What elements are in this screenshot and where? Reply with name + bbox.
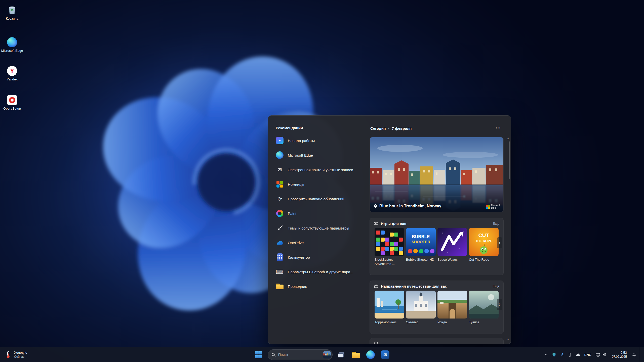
tray-bluetooth-button[interactable] [558, 350, 566, 360]
today-more-button[interactable]: ••• [493, 124, 504, 131]
games-carousel-next-button[interactable]: › [497, 237, 502, 248]
games-tiles: BlockBuster: Adventures ... BUBBLE SHOOT… [370, 228, 503, 266]
recommendations-list: ✦ Начало работы Microsoft Edge ✉ Электро… [269, 133, 369, 294]
recommendations-title: Рекомендации [276, 126, 303, 130]
game-tile-space-waves[interactable]: Space Waves [437, 228, 467, 266]
games-card: Игры для вас Еще [370, 218, 504, 275]
game-tile-label: BlockBuster: Adventures ... [375, 258, 404, 266]
search-placeholder: Поиск [278, 353, 321, 357]
location-pin-icon [374, 204, 377, 208]
desktop-screen: Корзина Microsoft Edge Y Yandex OperaSet… [0, 0, 644, 362]
travel-tile-ronda[interactable]: Ронда [437, 291, 467, 325]
travel-tile-label: Туапсе [469, 320, 499, 325]
snipping-tool-icon: ✂ [276, 180, 284, 188]
tray-cast-volume-button[interactable] [593, 350, 609, 360]
notification-center-button[interactable] [630, 350, 638, 360]
taskbar-search-box[interactable]: Поиск [268, 349, 333, 360]
game-tile-label: Bubble Shooter HD [406, 258, 436, 262]
recommendation-onedrive[interactable]: OneDrive [269, 235, 369, 250]
edge-icon [276, 151, 284, 159]
task-view-button[interactable] [336, 349, 347, 360]
game-art-space-waves [437, 228, 467, 256]
today-heading: Сегодня • 7 февраля [370, 126, 412, 130]
travel-icon [374, 284, 378, 288]
file-explorer-icon [276, 282, 284, 290]
desktop-icon-recycle-bin[interactable]: Корзина [0, 4, 24, 21]
desktop-icon-yandex[interactable]: Y Yandex [0, 66, 24, 81]
weather-widget-button[interactable]: Холодно Сейчас [2, 349, 30, 361]
clock-time: 0:53 [621, 351, 627, 355]
next-section-card-partial [370, 338, 504, 344]
get-started-icon: ✦ [276, 137, 284, 145]
travel-more-link[interactable]: Еще [493, 284, 499, 288]
show-desktop-button[interactable] [640, 347, 642, 362]
tray-onedrive-button[interactable] [574, 350, 582, 360]
taskbar-center: Поиск ✉ [253, 347, 391, 362]
travel-carousel-next-button[interactable]: › [497, 299, 502, 310]
desktop-icon-microsoft-edge[interactable]: Microsoft Edge [0, 37, 24, 53]
bing-image-card[interactable]: Blue hour in Trondheim, Norway Microsoft… [370, 137, 504, 212]
tray-security-button[interactable] [550, 350, 558, 360]
outlook-button[interactable]: ✉ [379, 349, 391, 360]
separator-dot-icon: • [388, 127, 389, 130]
keyboard-icon: ⌨ [276, 268, 284, 276]
scrollbar-thumb[interactable] [509, 141, 510, 179]
svg-text:CUT: CUT [478, 232, 489, 238]
today-date: 7 февраля [392, 126, 412, 130]
search-daily-image-thumb[interactable] [323, 351, 331, 358]
onedrive-cloud-icon [276, 239, 284, 247]
volume-icon [602, 352, 607, 357]
thermometer-icon [5, 351, 12, 358]
game-tile-blockbuster[interactable]: BlockBuster: Adventures ... [375, 228, 404, 266]
next-section-icon [374, 341, 378, 344]
travel-tile-torremolinos[interactable]: Торремолинос [375, 291, 404, 325]
games-more-link[interactable]: Еще [493, 222, 499, 225]
language-indicator: ENG [584, 353, 591, 357]
svg-text:SHOOTER: SHOOTER [412, 240, 430, 244]
tray-language-button[interactable]: ENG [582, 350, 593, 360]
recommendation-calculator[interactable]: Калькулятор [269, 250, 369, 264]
taskbar: Холодно Сейчас Поиск [0, 347, 644, 362]
game-art-bubble-shooter: BUBBLE SHOOTER [406, 228, 436, 256]
tray-show-hidden-icons-button[interactable] [542, 350, 550, 360]
edge-button[interactable] [365, 349, 376, 360]
recommendation-themes[interactable]: Темы и сопутствующие параметры [269, 221, 369, 235]
updates-icon: ⟳ [276, 195, 284, 203]
recommendation-snipping-tool[interactable]: ✂ Ножницы [269, 177, 369, 192]
travel-art-tuapse [469, 291, 499, 319]
task-view-icon [338, 352, 345, 357]
recommendation-check-updates[interactable]: ⟳ Проверить наличие обновлений [269, 192, 369, 206]
game-tile-cut-the-rope[interactable]: CUT THE ROPE Cut The Rope [469, 228, 499, 266]
system-tray: ENG 0:53 07.02.2025 [542, 347, 642, 362]
recommendation-file-explorer[interactable]: Проводник [269, 279, 369, 294]
file-explorer-icon [352, 352, 360, 358]
chevron-up-icon [544, 353, 548, 357]
game-tile-bubble-shooter[interactable]: BUBBLE SHOOTER Bubble Shooter HD [406, 228, 436, 266]
onedrive-cloud-icon [576, 353, 580, 356]
weather-condition-label: Холодно [14, 351, 27, 355]
tray-clock-button[interactable]: 0:53 07.02.2025 [609, 350, 630, 360]
desktop-icon-label: Yandex [7, 77, 17, 81]
scroll-down-button[interactable]: ∨ [507, 338, 509, 341]
recommendation-microsoft-edge[interactable]: Microsoft Edge [269, 148, 369, 162]
recommendation-get-started[interactable]: ✦ Начало работы [269, 133, 369, 148]
scroll-up-button[interactable]: ∧ [507, 137, 509, 140]
travel-art-ronda [437, 291, 467, 319]
windows-logo-icon [255, 351, 262, 358]
themes-brush-icon [276, 224, 284, 232]
recommendation-email-accounts[interactable]: ✉ Электронная почта и учетные записи [269, 162, 369, 177]
tray-phone-link-button[interactable] [566, 350, 574, 360]
start-button[interactable] [253, 349, 265, 360]
game-tile-label: Cut The Rope [469, 258, 499, 262]
travel-tile-tuapse[interactable]: Туапсе [469, 291, 499, 325]
calculator-icon [276, 253, 284, 261]
file-explorer-button[interactable] [350, 349, 362, 360]
microsoft-bing-logo: Microsoft Bing [486, 204, 500, 209]
recommendation-paint[interactable]: Paint [269, 206, 369, 221]
travel-art-engels [406, 291, 436, 319]
desktop-icon-opera-setup[interactable]: OperaSetup [0, 95, 24, 111]
travel-tile-engels[interactable]: Энгельс [406, 291, 436, 325]
notification-bell-icon [632, 352, 636, 357]
travel-art-torremolinos [375, 291, 404, 319]
recommendation-bluetooth-settings[interactable]: ⌨ Параметры Bluetooth и другие пара... [269, 264, 369, 279]
